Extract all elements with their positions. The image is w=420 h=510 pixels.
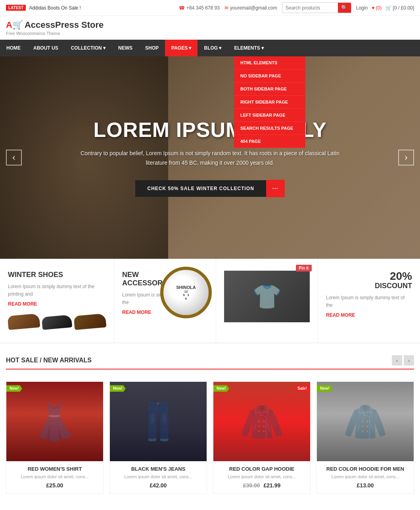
feature-winter-shoes: WINTER SHOES Lorem Ipsum is simply dummy… <box>0 259 114 343</box>
discount-percent: 20% <box>326 271 412 282</box>
dropdown-left-sidebar[interactable]: LEFT SIDEBAR PAGE <box>234 109 305 122</box>
feature-desc-shoes: Lorem Ipsum is simply dummy text of the … <box>8 283 106 298</box>
hot-sale-nav: ‹ › <box>392 355 414 366</box>
jeans-icon: 👖 <box>136 401 180 443</box>
logo-icon: A🛒 <box>6 20 23 30</box>
hoodie-grey-icon: 🧥 <box>343 401 387 443</box>
sale-badge-hoodie-red: Sale! <box>294 385 310 392</box>
price-jeans: £42.00 <box>150 482 167 489</box>
dropdown-right-sidebar[interactable]: RIGHT SIDEBAR PAGE <box>234 96 305 109</box>
product-red-hoodie-men: New! 🧥 RED COLOR HOODIE FOR MEN Lorem ip… <box>316 381 414 494</box>
ticker-text: Addidas Boots On Sale ! <box>29 5 81 11</box>
hero-cta-button[interactable]: CHECK 50% SALE WINTER COLLECTION <box>135 180 266 197</box>
shoe-right <box>42 315 73 330</box>
dropdown-both-sidebar[interactable]: BOTH SIDEBAR PAGE <box>234 83 305 96</box>
product-image-jeans: New! 👖 <box>110 382 207 461</box>
hot-sale-section: HOT SALE / NEW ARRIVALS ‹ › <box>0 343 420 381</box>
hero-section: ‹ LOREM IPSUM SIMPLY Contrary to popular… <box>0 56 420 259</box>
product-info-jeans: BLACK MEN'S JEANS Lorem ipsum dolor sit … <box>110 461 207 493</box>
nav-collection[interactable]: COLLECTION ▾ <box>65 40 112 56</box>
price-hoodie-grey: £13.00 <box>357 482 374 489</box>
cart-info: 0 / £0.00 <box>394 5 413 11</box>
hoodie-red-img: 🧥 <box>213 382 310 461</box>
top-bar-right: ☎ +84 345 678 93 ✉ youremail@gmail.com 🔍… <box>179 2 414 13</box>
product-info-hoodie-red: RED COLOR GAP HOODIE Lorem ipsum dolor s… <box>213 461 310 493</box>
hot-sale-title: HOT SALE / NEW ARRIVALS <box>6 357 92 364</box>
wishlist-icon: ♥ (0) <box>372 5 382 11</box>
read-more-accessories[interactable]: READ MORE <box>122 310 151 315</box>
new-badge-hoodie-red: New! <box>213 385 229 392</box>
search-button[interactable]: 🔍 <box>338 3 351 13</box>
nav-elements[interactable]: ELEMENTS ▾ <box>228 40 270 56</box>
nav-news[interactable]: NEWS <box>112 40 139 56</box>
product-black-mens-jeans: New! 👖 BLACK MEN'S JEANS Lorem ipsum dol… <box>109 381 207 494</box>
hero-prev-button[interactable]: ‹ <box>6 150 22 166</box>
read-more-shoes[interactable]: READ MORE <box>8 301 37 307</box>
product-info-shirt: RED WOMEN'S SHIRT Lorem ipsum dolor sit … <box>6 461 103 493</box>
logo-tagline: Free Woocommerce Theme <box>6 31 104 36</box>
latest-badge: LATEST <box>6 5 26 11</box>
hot-sale-header: HOT SALE / NEW ARRIVALS ‹ › <box>6 355 414 370</box>
watch-face: SHINOLA 129 36 <box>176 285 196 300</box>
cart-btn[interactable]: 🛒 [0 / £0.00] <box>385 5 414 11</box>
top-bar: LATEST Addidas Boots On Sale ! ☎ +84 345… <box>0 0 420 16</box>
watch-container: SHINOLA 129 36 <box>160 267 212 318</box>
search-input[interactable] <box>282 4 338 12</box>
feature-discount: Pin it 👕 <box>216 259 318 343</box>
new-badge-hoodie-grey: New! <box>317 385 333 392</box>
hero-cta-icon-button[interactable]: ··· <box>266 180 285 197</box>
nav-home[interactable]: HOME <box>0 40 27 56</box>
product-desc-hoodie-red: Lorem ipsum dolor sit amet, cons... <box>217 474 306 479</box>
hoodie-red-icon: 🧥 <box>240 401 284 443</box>
product-name-shirt: RED WOMEN'S SHIRT <box>10 466 99 472</box>
top-actions: Login ♥ (0) 🛒 [0 / £0.00] <box>356 5 414 11</box>
feature-accessories: NEWACCESSORIES Lorem Ipsum is simply dum… <box>114 259 216 343</box>
hot-sale-next[interactable]: › <box>404 355 414 366</box>
hot-sale-prev[interactable]: ‹ <box>392 355 402 366</box>
product-price-shirt: £25.00 <box>10 482 99 489</box>
shoes-image <box>8 313 106 331</box>
product-name-hoodie-red: RED COLOR GAP HOODIE <box>217 466 306 472</box>
product-price-jeans: £42.00 <box>114 482 203 489</box>
nav-shop[interactable]: SHOP <box>139 40 165 56</box>
nav-about[interactable]: ABOUT US <box>27 40 65 56</box>
nav-pages[interactable]: PAGES ▾ <box>165 40 198 56</box>
product-image-hoodie-red: New! Sale! 🧥 <box>213 382 310 461</box>
jeans-img: 👖 <box>110 382 207 461</box>
product-name-hoodie-grey: RED COLOR HOODIE FOR MEN <box>321 466 410 472</box>
hero-next-button[interactable]: › <box>398 150 414 166</box>
hero-content: LOREM IPSUM SIMPLY Contrary to popular b… <box>71 118 349 197</box>
phone-info: ☎ +84 345 678 93 <box>179 5 220 11</box>
phone-icon: ☎ <box>179 5 185 11</box>
product-image-hoodie-grey: New! 🧥 <box>317 382 414 461</box>
product-red-gap-hoodie: New! Sale! 🧥 RED COLOR GAP HOODIE Lorem … <box>213 381 311 494</box>
cloth-image: 👕 <box>224 271 310 322</box>
dropdown-search-results[interactable]: SEARCH RESULTS PAGE <box>234 122 305 135</box>
old-price-hoodie-red: £30.00 <box>243 482 260 489</box>
hero-cta-group: CHECK 50% SALE WINTER COLLECTION ··· <box>79 180 341 197</box>
pin-it-badge: Pin it <box>296 265 312 271</box>
features-section: WINTER SHOES Lorem Ipsum is simply dummy… <box>0 259 420 343</box>
shirt-icon: 👗 <box>33 401 77 443</box>
header: A🛒 AccessPress Store Free Woocommerce Th… <box>0 16 420 40</box>
hoodie-grey-img: 🧥 <box>317 382 414 461</box>
login-link[interactable]: Login <box>356 5 368 11</box>
read-more-discount[interactable]: READ MORE <box>326 312 355 318</box>
discount-header: 20% DISCOUNT <box>326 271 412 294</box>
phone-number: +84 345 678 93 <box>186 5 220 11</box>
wishlist-count: (0) <box>376 5 382 11</box>
watch-brand: SHINOLA <box>176 285 196 290</box>
shoe-extra <box>74 314 107 330</box>
product-red-womens-shirt: New! 👗 RED WOMEN'S SHIRT Lorem ipsum dol… <box>6 381 104 494</box>
product-desc-hoodie-grey: Lorem ipsum dolor sit amet, cons... <box>321 474 410 479</box>
new-badge-shirt: New! <box>6 385 22 392</box>
product-price-hoodie-grey: £13.00 <box>321 482 410 489</box>
feature-title-shoes: WINTER SHOES <box>8 271 63 279</box>
feature-desc-discount: Lorem Ipsum is simply dummy text of the <box>326 294 412 309</box>
dropdown-html-elements[interactable]: HTML ELEMENTS <box>234 56 305 69</box>
nav-blog[interactable]: BLOG ▾ <box>198 40 228 56</box>
dropdown-404[interactable]: 404 PAGE <box>234 135 305 148</box>
dropdown-no-sidebar[interactable]: NO SIDEBAR PAGE <box>234 69 305 83</box>
cloth-emoji: 👕 <box>252 283 282 311</box>
new-badge-jeans: New! <box>110 385 126 392</box>
